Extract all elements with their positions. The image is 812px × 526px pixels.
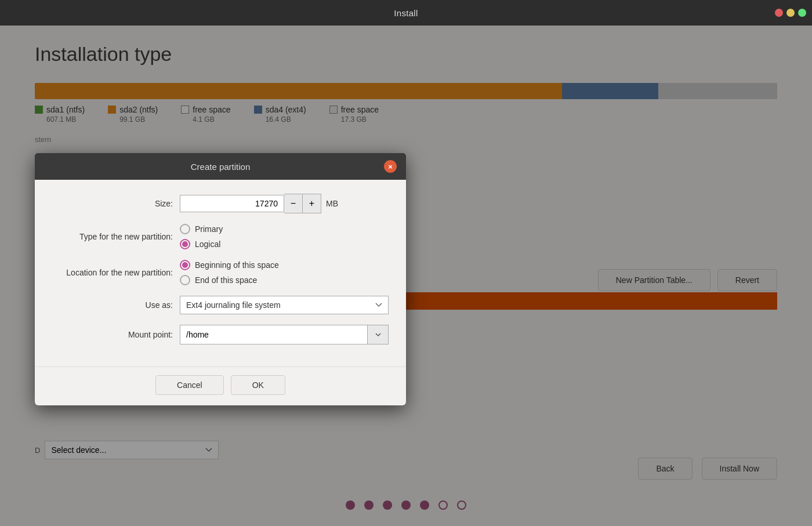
useas-select[interactable]: Ext4 journaling file system Ext2 file sy… [180,296,389,314]
cancel-button[interactable]: Cancel [155,375,224,395]
chevron-down-icon [375,333,381,337]
close-button[interactable] [775,9,783,17]
size-increment-button[interactable]: + [303,194,321,213]
mount-group [180,325,389,344]
mountpoint-input[interactable] [180,325,368,344]
size-unit: MB [326,199,338,208]
location-end-radio[interactable] [180,275,190,285]
size-input-group: − + MB [180,194,389,213]
mountpoint-form-row: Mount point: [52,325,389,344]
location-beginning-radio[interactable] [180,260,190,270]
size-label: Size: [52,199,180,208]
location-end-label: End of this space [195,275,257,285]
dialog-body: Size: − + MB Type for the new partition: [35,180,406,367]
type-radio-group: Primary Logical [180,224,389,249]
type-label: Type for the new partition: [52,232,180,241]
mountpoint-control [180,325,389,344]
type-control: Primary Logical [180,224,389,249]
location-control: Beginning of this space End of this spac… [180,260,389,285]
mountpoint-label: Mount point: [52,330,180,339]
type-logical-label: Logical [195,240,220,249]
location-label: Location for the new partition: [52,268,180,277]
location-beginning-label: Beginning of this space [195,260,279,270]
window-controls [775,9,806,17]
dialog-title: Create partition [57,162,384,172]
type-primary-radio[interactable] [180,224,190,234]
title-bar: Install [0,0,812,26]
dialog-close-button[interactable]: × [384,160,397,173]
useas-form-row: Use as: Ext4 journaling file system Ext2… [52,296,389,314]
size-form-row: Size: − + MB [52,194,389,213]
mountpoint-dropdown-button[interactable] [368,325,389,344]
minimize-button[interactable] [786,9,795,17]
type-form-row: Type for the new partition: Primary [52,224,389,249]
useas-label: Use as: [52,300,180,310]
size-control: − + MB [180,194,389,213]
maximize-button[interactable] [798,9,806,17]
main-area: Installation type sda1 (ntfs) 607.1 MB s… [0,26,812,526]
ok-button[interactable]: OK [231,375,285,395]
type-logical-option[interactable]: Logical [180,239,389,249]
location-beginning-radio-inner [182,262,188,268]
useas-control: Ext4 journaling file system Ext2 file sy… [180,296,389,314]
type-primary-label: Primary [195,224,223,234]
location-form-row: Location for the new partition: Beginnin… [52,260,389,285]
type-logical-radio[interactable] [180,239,190,249]
size-decrement-button[interactable]: − [284,194,303,213]
window-title: Install [394,8,418,18]
location-end-option[interactable]: End of this space [180,275,389,285]
create-partition-dialog: Create partition × Size: − + MB Type [35,153,406,405]
size-input[interactable] [180,195,284,212]
type-logical-radio-inner [182,241,188,247]
dialog-footer: Cancel OK [35,367,406,405]
type-primary-option[interactable]: Primary [180,224,389,234]
dialog-header: Create partition × [35,153,406,180]
location-radio-group: Beginning of this space End of this spac… [180,260,389,285]
location-beginning-option[interactable]: Beginning of this space [180,260,389,270]
